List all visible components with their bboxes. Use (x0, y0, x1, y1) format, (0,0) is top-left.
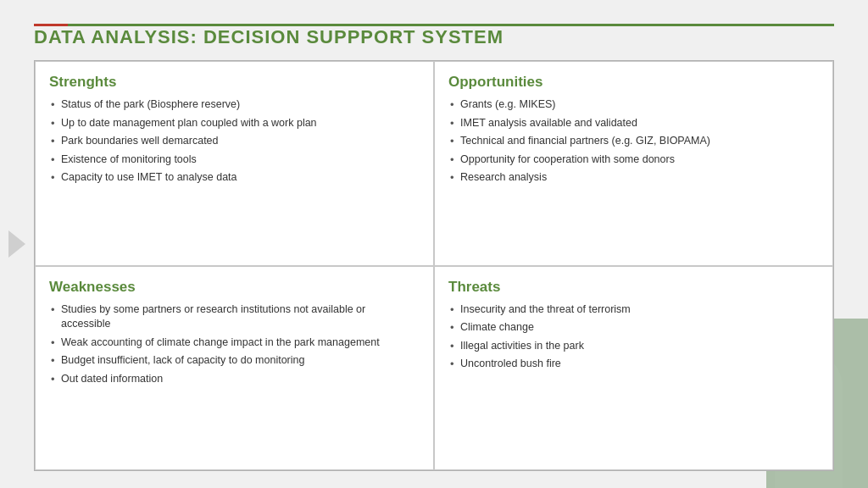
strengths-list: Status of the park (Biosphere reserve) U… (49, 97, 418, 186)
threats-cell: Threats Insecurity and the threat of ter… (434, 266, 833, 471)
list-item: Uncontroled bush fire (448, 357, 817, 372)
list-item: Status of the park (Biosphere reserve) (49, 97, 418, 113)
list-item: Illegal activities in the park (448, 339, 817, 354)
strengths-header: Strenghts (49, 74, 418, 91)
left-nav-arrow[interactable] (8, 230, 25, 258)
list-item: Up to date management plan coupled with … (49, 116, 418, 131)
weaknesses-list: Studies by some partners or research ins… (49, 302, 418, 387)
list-item: Studies by some partners or research ins… (49, 302, 418, 332)
list-item: IMET analysis available and validated (448, 116, 817, 131)
list-item: Technical and financial partners (e.g. G… (448, 134, 817, 149)
list-item: Weak accounting of climate change impact… (49, 336, 418, 351)
page-container: DATA ANALYSIS: DECISION SUPPPORT SYSTEM … (0, 0, 868, 488)
list-item: Budget insufficient, lack of capacity to… (49, 353, 418, 369)
swot-grid: Strenghts Status of the park (Biosphere … (34, 60, 834, 471)
list-item: Existence of monitoring tools (49, 152, 418, 168)
list-item: Park boundaries well demarcated (49, 134, 418, 149)
list-item: Research analysis (448, 170, 817, 186)
opportunities-cell: Opportunities Grants (e.g. MIKES) IMET a… (434, 61, 833, 266)
list-item: Capacity to use IMET to analyse data (49, 170, 418, 186)
list-item: Out dated information (49, 372, 418, 387)
strengths-cell: Strenghts Status of the park (Biosphere … (35, 61, 434, 266)
threats-header: Threats (448, 279, 817, 296)
threats-list: Insecurity and the threat of terrorism C… (448, 302, 817, 372)
page-title: DATA ANALYSIS: DECISION SUPPPORT SYSTEM (34, 26, 834, 48)
weaknesses-cell: Weaknesses Studies by some partners or r… (35, 266, 434, 471)
opportunities-header: Opportunities (448, 74, 817, 91)
list-item: Opportunity for cooperation with some do… (448, 152, 817, 168)
weaknesses-header: Weaknesses (49, 279, 418, 296)
list-item: Insecurity and the threat of terrorism (448, 302, 817, 318)
list-item: Grants (e.g. MIKES) (448, 97, 817, 113)
opportunities-list: Grants (e.g. MIKES) IMET analysis availa… (448, 97, 817, 186)
list-item: Climate change (448, 320, 817, 336)
